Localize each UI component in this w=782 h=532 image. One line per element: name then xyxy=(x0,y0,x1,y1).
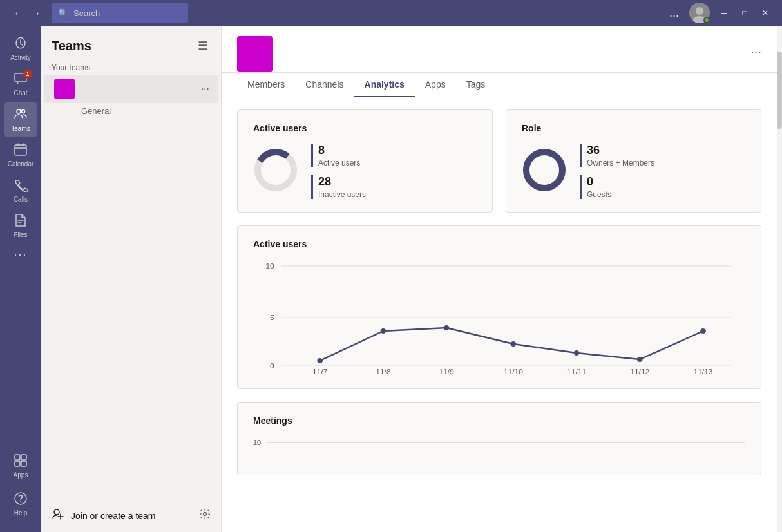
sidebar-section-label: Your teams xyxy=(41,61,221,75)
activity-label: Activity xyxy=(10,54,31,61)
search-icon: 🔍 xyxy=(58,8,68,18)
svg-rect-8 xyxy=(21,455,26,460)
tab-apps[interactable]: Apps xyxy=(415,73,456,97)
scroll-thumb[interactable] xyxy=(777,52,782,129)
calls-label: Calls xyxy=(14,196,28,203)
inactive-count-item: 28 Inactive users xyxy=(311,175,366,199)
svg-text:11/13: 11/13 xyxy=(694,368,713,375)
role-donut xyxy=(522,147,567,195)
active-users-values: 8 Active users 28 Inactive users xyxy=(311,144,366,199)
calendar-label: Calendar xyxy=(8,160,34,167)
sidebar-header: Teams ☰ xyxy=(41,26,221,61)
channel-item-general[interactable]: General xyxy=(44,103,218,119)
active-label: Active users xyxy=(318,158,366,167)
close-button[interactable]: ✕ xyxy=(756,4,774,22)
sidebar-item-teams[interactable]: Teams xyxy=(4,102,37,137)
activity-icon xyxy=(14,36,28,52)
team-more-button[interactable]: ··· xyxy=(197,82,213,96)
apps-label: Apps xyxy=(14,471,28,479)
tab-members[interactable]: Members xyxy=(237,73,295,97)
svg-point-39 xyxy=(700,328,706,334)
guests-count: 0 xyxy=(587,175,654,189)
svg-point-35 xyxy=(444,325,450,330)
svg-text:11/8: 11/8 xyxy=(376,368,390,375)
svg-text:11/9: 11/9 xyxy=(439,368,453,375)
team-header-more-button[interactable]: ... xyxy=(750,42,761,67)
icon-rail: Activity 1 Chat Teams Calendar Calls xyxy=(0,26,41,532)
svg-text:11/12: 11/12 xyxy=(630,368,649,375)
help-label: Help xyxy=(14,509,28,517)
sidebar: Teams ☰ Your teams ··· General Join or c… xyxy=(41,26,222,532)
help-icon xyxy=(14,491,28,508)
active-users-title: Active users xyxy=(253,123,477,133)
teams-label: Teams xyxy=(11,125,30,132)
calls-icon xyxy=(14,178,28,194)
team-header: ... xyxy=(222,26,777,73)
analytics-content[interactable]: Active users 8 Ac xyxy=(222,97,777,532)
titlebar-left: ‹ › 🔍 xyxy=(8,3,188,23)
join-icon xyxy=(52,507,66,524)
sidebar-item-help[interactable]: Help xyxy=(4,486,37,522)
active-users-chart-svg: 10 5 0 11/7 11/8 11/9 11/10 11/11 11/12 … xyxy=(253,260,745,375)
team-item[interactable]: ··· xyxy=(44,75,218,103)
active-count-item: 8 Active users xyxy=(311,144,366,167)
settings-button[interactable] xyxy=(199,508,211,523)
scroll-track[interactable] xyxy=(777,26,782,532)
sidebar-item-apps[interactable]: Apps xyxy=(4,448,37,484)
meetings-chart-card: Meetings 10 xyxy=(237,402,761,475)
sidebar-item-more[interactable]: ··· xyxy=(4,243,37,265)
sidebar-item-calendar[interactable]: Calendar xyxy=(4,137,37,173)
svg-text:5: 5 xyxy=(270,314,274,321)
sidebar-item-calls[interactable]: Calls xyxy=(4,173,37,208)
search-input[interactable] xyxy=(73,8,182,18)
sidebar-item-activity[interactable]: Activity xyxy=(4,31,37,66)
avatar-wrap xyxy=(689,3,710,23)
calendar-icon xyxy=(14,142,28,158)
sidebar-filter-button[interactable]: ☰ xyxy=(195,36,211,55)
avatar-status xyxy=(703,17,710,23)
more-icon: ··· xyxy=(14,249,27,260)
svg-rect-6 xyxy=(15,145,26,155)
role-card: Role 36 Owners + Members xyxy=(506,109,761,213)
join-team-button[interactable]: Join or create a team xyxy=(52,507,156,524)
more-options-button[interactable]: ... xyxy=(664,4,684,23)
svg-point-12 xyxy=(20,501,21,502)
apps-icon xyxy=(14,453,28,470)
active-users-chart-title: Active users xyxy=(253,239,745,249)
minimize-button[interactable]: ─ xyxy=(715,4,733,22)
guests-count-item: 0 Guests xyxy=(580,175,654,199)
svg-text:11/11: 11/11 xyxy=(567,368,586,375)
svg-point-33 xyxy=(317,358,323,363)
active-count: 8 xyxy=(318,144,366,157)
nav-forward-button[interactable]: › xyxy=(28,4,46,22)
sidebar-item-chat[interactable]: 1 Chat xyxy=(4,66,37,102)
svg-text:11/7: 11/7 xyxy=(312,368,327,375)
svg-point-34 xyxy=(381,328,386,334)
tab-channels[interactable]: Channels xyxy=(295,73,354,97)
search-bar[interactable]: 🔍 xyxy=(52,3,188,23)
tab-tags[interactable]: Tags xyxy=(456,73,496,97)
files-label: Files xyxy=(14,231,27,238)
maximize-button[interactable]: □ xyxy=(736,4,754,22)
tab-analytics[interactable]: Analytics xyxy=(354,73,415,97)
svg-rect-7 xyxy=(15,455,20,460)
nav-buttons: ‹ › xyxy=(8,4,46,22)
svg-point-36 xyxy=(510,341,516,347)
window-controls: ─ □ ✕ xyxy=(715,4,774,22)
svg-point-1 xyxy=(696,7,703,15)
active-users-card: Active users 8 Ac xyxy=(237,109,493,213)
join-team-label: Join or create a team xyxy=(71,511,156,521)
nav-back-button[interactable]: ‹ xyxy=(8,4,26,22)
inactive-label: Inactive users xyxy=(318,190,366,199)
sidebar-item-files[interactable]: Files xyxy=(4,208,37,243)
svg-text:0: 0 xyxy=(270,362,274,369)
role-count: 36 xyxy=(587,144,654,157)
svg-point-13 xyxy=(54,509,59,515)
team-icon xyxy=(54,79,75,99)
role-label: Owners + Members xyxy=(587,158,654,167)
svg-point-16 xyxy=(204,513,207,516)
titlebar-right: ... ─ □ ✕ xyxy=(664,3,774,23)
svg-point-19 xyxy=(526,152,562,188)
tabs-row: Members Channels Analytics Apps Tags xyxy=(222,73,777,97)
titlebar: ‹ › 🔍 ... ─ □ ✕ xyxy=(0,0,782,26)
